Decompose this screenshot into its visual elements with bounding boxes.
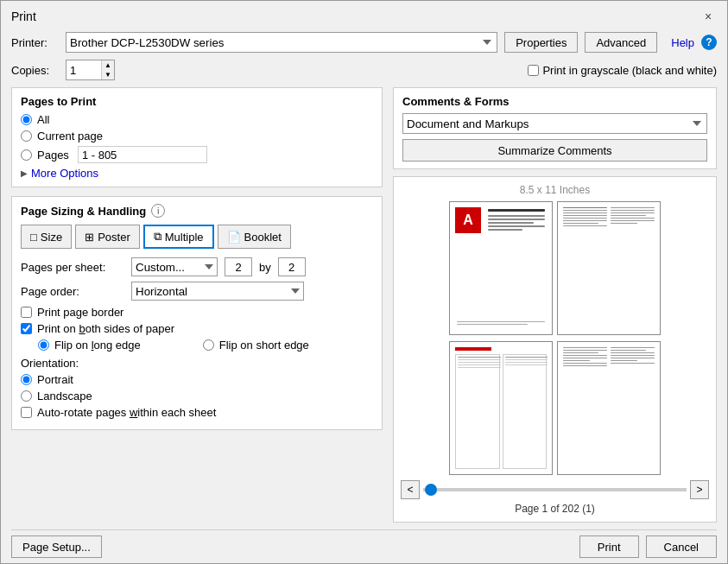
preview-page-1: A — [449, 201, 553, 335]
radio-landscape[interactable] — [21, 390, 32, 402]
copies-label: Copies: — [11, 64, 59, 77]
preview-page-3 — [449, 341, 553, 475]
pages-per-sheet-label: Pages per sheet: — [21, 261, 124, 274]
size-button[interactable]: □ Size — [21, 225, 72, 249]
radio-all-label: All — [37, 113, 49, 126]
pages-per-sheet-row: Pages per sheet: Custom... by — [21, 257, 373, 276]
copies-up-button[interactable]: ▲ — [102, 60, 114, 70]
cols-input[interactable] — [225, 257, 252, 276]
print-both-sides-row: Print on both sides of paper — [21, 322, 373, 335]
multiple-icon: ⧉ — [154, 230, 161, 244]
info-icon[interactable]: i — [151, 204, 165, 218]
comments-forms-section: Comments & Forms Document and MarkupsDoc… — [393, 87, 717, 169]
right-panel: Comments & Forms Document and MarkupsDoc… — [393, 87, 717, 523]
close-button[interactable]: × — [700, 8, 717, 25]
page-order-select[interactable]: HorizontalHorizontal reversedVerticalVer… — [131, 282, 304, 301]
radio-flip-short[interactable] — [203, 339, 214, 351]
radio-current[interactable] — [21, 130, 32, 142]
booklet-label: Booklet — [244, 231, 282, 244]
auto-rotate-label: Auto-rotate pages within each sheet — [37, 406, 216, 419]
preview-area: 8.5 x 11 Inches A — [393, 176, 717, 523]
grayscale-check: Print in grayscale (black and white) — [528, 64, 717, 77]
more-options-label: More Options — [31, 167, 98, 180]
sizing-title: Page Sizing & Handling — [21, 205, 146, 218]
sizing-header: Page Sizing & Handling i — [21, 204, 373, 218]
rows-input[interactable] — [278, 257, 306, 276]
page-order-row: Page order: HorizontalHorizontal reverse… — [21, 282, 373, 301]
flip-short-label: Flip on short edge — [219, 339, 309, 352]
nav-slider-thumb[interactable] — [425, 484, 437, 496]
radio-flip-long[interactable] — [38, 339, 49, 351]
sizing-buttons: □ Size ⊞ Poster ⧉ Multiple 📄 — [21, 225, 373, 249]
radio-current-label: Current page — [37, 130, 103, 143]
grayscale-checkbox[interactable] — [528, 65, 539, 76]
pages-range-input[interactable] — [78, 146, 207, 163]
print-page-border-row: Print page border — [21, 306, 373, 319]
preview-row-1: A — [449, 201, 661, 335]
page-info: Page 1 of 202 (1) — [515, 503, 595, 515]
both-underline: b — [79, 322, 85, 335]
comments-forms-select[interactable]: Document and MarkupsDocumentForm Fields … — [402, 113, 707, 134]
nav-bar: < > — [401, 480, 709, 499]
booklet-button[interactable]: 📄 Booklet — [218, 225, 291, 249]
radio-pages-row: Pages — [21, 146, 373, 163]
printer-select[interactable]: Brother DCP-L2530DW series — [66, 32, 497, 53]
more-options-triangle: ▶ — [21, 168, 28, 178]
auto-rotate-row: Auto-rotate pages within each sheet — [21, 406, 373, 419]
radio-portrait[interactable] — [21, 374, 32, 385]
dialog-content: Printer: Brother DCP-L2530DW series Prop… — [1, 29, 727, 564]
print-dialog: Print × Printer: Brother DCP-L2530DW ser… — [0, 0, 728, 564]
copies-down-button[interactable]: ▼ — [102, 70, 114, 79]
summarize-comments-button[interactable]: Summarize Comments — [402, 139, 707, 162]
portrait-row: Portrait — [21, 373, 373, 386]
copies-input[interactable] — [66, 60, 101, 79]
radio-all[interactable] — [21, 114, 32, 125]
preview-page-4 — [557, 341, 661, 475]
page-setup-button[interactable]: Page Setup... — [11, 535, 102, 558]
landscape-row: Landscape — [21, 390, 373, 402]
print-both-sides-label: Print on both sides of paper — [37, 322, 174, 335]
title-bar: Print × — [1, 1, 727, 29]
left-panel: Pages to Print All Current page Pages — [11, 87, 383, 523]
bottom-row: Page Setup... Print Cancel — [11, 529, 717, 558]
radio-pages[interactable] — [21, 149, 32, 161]
flip-long-row: Flip on long edge Flip on short edge — [38, 339, 373, 352]
comments-forms-title: Comments & Forms — [402, 95, 707, 108]
help-icon[interactable]: ? — [701, 35, 717, 50]
radio-pages-label: Pages — [37, 149, 69, 162]
flip-options: Flip on long edge Flip on short edge — [38, 339, 373, 352]
poster-button[interactable]: ⊞ Poster — [75, 225, 140, 249]
nav-slider-track[interactable] — [423, 488, 687, 491]
printer-label: Printer: — [11, 36, 59, 49]
nav-prev-button[interactable]: < — [401, 480, 420, 499]
orientation-title: Orientation: — [21, 357, 373, 370]
radio-all-row: All — [21, 113, 373, 126]
radio-current-row: Current page — [21, 130, 373, 143]
poster-icon: ⊞ — [85, 231, 94, 244]
main-area: Pages to Print All Current page Pages — [11, 87, 717, 523]
pages-to-print-section: Pages to Print All Current page Pages — [11, 87, 383, 187]
more-options-row[interactable]: ▶ More Options — [21, 167, 373, 180]
preview-size-label: 8.5 x 11 Inches — [520, 184, 590, 196]
print-button[interactable]: Print — [579, 535, 639, 558]
multiple-button[interactable]: ⧉ Multiple — [143, 225, 214, 249]
cancel-button[interactable]: Cancel — [646, 535, 717, 558]
print-page-border-label: Print page border — [37, 306, 123, 319]
pages-to-print-title: Pages to Print — [21, 95, 373, 108]
copies-row: Copies: ▲ ▼ Print in grayscale (black an… — [11, 60, 717, 80]
multiple-label: Multiple — [165, 231, 204, 244]
advanced-button[interactable]: Advanced — [585, 32, 657, 53]
help-link[interactable]: Help — [671, 36, 694, 49]
dialog-title: Print — [11, 10, 36, 23]
landscape-label: Landscape — [37, 390, 92, 402]
pages-per-sheet-select[interactable]: Custom... — [131, 257, 218, 276]
booklet-icon: 📄 — [227, 231, 241, 244]
print-both-sides-checkbox[interactable] — [21, 323, 32, 334]
portrait-label: Portrait — [37, 373, 73, 386]
print-page-border-checkbox[interactable] — [21, 307, 32, 318]
auto-rotate-checkbox[interactable] — [21, 407, 32, 418]
properties-button[interactable]: Properties — [504, 32, 578, 53]
nav-next-button[interactable]: > — [690, 480, 709, 499]
preview-row-2 — [449, 341, 661, 475]
grayscale-label: Print in grayscale (black and white) — [542, 64, 717, 77]
